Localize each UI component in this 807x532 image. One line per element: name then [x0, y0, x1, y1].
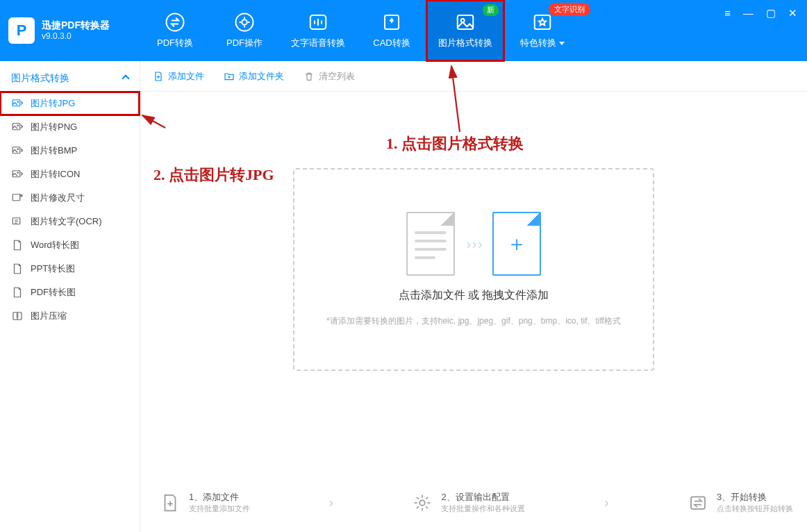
- chevron-right-icon: ›: [328, 494, 333, 510]
- app-version: v9.0.3.0: [42, 31, 110, 41]
- svg-point-13: [17, 149, 19, 150]
- sidebar-item-bmp[interactable]: 图片转BMP: [0, 139, 140, 163]
- image-convert-icon: [11, 121, 24, 133]
- chevron-down-icon: [559, 42, 565, 45]
- gear-circle-icon: [234, 12, 255, 33]
- sidebar-item-label: 图片修改尺寸: [31, 192, 85, 204]
- guide-steps: 1、添加文件支持批量添加文件 › 2、设置输出配置支持批量操作和各种设置 › 3…: [160, 491, 793, 514]
- sidebar-item-jpg[interactable]: 图片转JPG: [0, 92, 140, 115]
- step-1: 1、添加文件支持批量添加文件: [160, 491, 250, 514]
- sidebar-item-label: 图片转文字(OCR): [31, 215, 102, 228]
- svg-point-9: [17, 101, 19, 103]
- sidebar-item-word-long[interactable]: Word转长图: [0, 233, 140, 257]
- nav-label: 特色转换: [520, 37, 565, 49]
- trash-icon: [303, 71, 315, 82]
- minimize-button[interactable]: —: [743, 7, 754, 19]
- svg-rect-5: [458, 15, 474, 29]
- window-controls: ≡ — ▢ ✕: [724, 7, 797, 19]
- sidebar-item-pdf-long[interactable]: PDF转长图: [0, 281, 140, 304]
- ocr-icon: [11, 215, 24, 228]
- source-doc-icon: [406, 212, 455, 276]
- logo: P 迅捷PDF转换器 v9.0.3.0: [8, 17, 140, 44]
- nav-cad-convert[interactable]: CAD转换: [357, 0, 426, 61]
- nav-special[interactable]: 文字识别 特色转换: [504, 0, 581, 61]
- nav-label: 文字语音转换: [291, 37, 345, 49]
- sidebar-item-label: PPT转长图: [31, 263, 75, 275]
- add-file-button[interactable]: 添加文件: [153, 70, 204, 83]
- step-title: 3、开始转换: [717, 491, 793, 504]
- audio-bars-icon: [308, 12, 328, 33]
- sidebar-item-label: PDF转长图: [31, 286, 76, 299]
- toolbar-label: 添加文件夹: [239, 70, 284, 83]
- convert-icon: [688, 492, 708, 513]
- file-plus-icon: [160, 492, 181, 513]
- nav-text-voice[interactable]: 文字语音转换: [279, 0, 357, 61]
- sidebar-item-label: 图片转ICON: [31, 168, 81, 181]
- toolbar: 添加文件 添加文件夹 清空列表: [140, 61, 807, 92]
- step-sub: 支持批量添加文件: [189, 504, 250, 514]
- main-panel: 添加文件 添加文件夹 清空列表 › › › ＋ 点击添加文件 或 拖拽文件添加 …: [140, 61, 807, 532]
- sidebar-item-label: 图片转JPG: [31, 97, 75, 110]
- sidebar-item-label: 图片转BMP: [31, 144, 77, 157]
- menu-icon[interactable]: ≡: [724, 7, 731, 19]
- app-logo-icon: P: [8, 17, 35, 44]
- step-2: 2、设置输出配置支持批量操作和各种设置: [412, 491, 525, 514]
- svg-point-0: [167, 14, 184, 31]
- close-button[interactable]: ✕: [788, 7, 797, 19]
- cad-icon: [381, 12, 402, 33]
- sidebar-item-label: 图片转PNG: [31, 121, 77, 133]
- add-folder-button[interactable]: 添加文件夹: [224, 70, 284, 83]
- image-convert-icon: [11, 144, 24, 157]
- maximize-button[interactable]: ▢: [766, 7, 776, 19]
- chevron-up-icon: [122, 74, 129, 82]
- nav-pdf-convert[interactable]: PDF转换: [140, 0, 210, 61]
- app-header: P 迅捷PDF转换器 v9.0.3.0 PDF转换 PDF操作 文字语音转换 C…: [0, 0, 807, 61]
- svg-rect-20: [691, 497, 705, 509]
- sidebar-item-compress[interactable]: 图片压缩: [0, 304, 140, 328]
- top-nav: PDF转换 PDF操作 文字语音转换 CAD转换 新 图片格式转换 文字识别 特…: [140, 0, 581, 61]
- drop-title: 点击添加文件 或 拖拽文件添加: [399, 288, 549, 303]
- svg-rect-16: [13, 194, 20, 201]
- sidebar: 图片格式转换 图片转JPG 图片转PNG 图片转BMP 图片转ICON 图片修改…: [0, 61, 140, 532]
- file-plus-icon: [153, 71, 164, 82]
- folder-plus-icon: [224, 71, 235, 82]
- doc-icon: [11, 286, 24, 299]
- nav-image-format[interactable]: 新 图片格式转换: [426, 0, 504, 61]
- sidebar-section-title: 图片格式转换: [11, 72, 69, 85]
- sidebar-item-ocr[interactable]: 图片转文字(OCR): [0, 210, 140, 233]
- arrows-icon: › › ›: [466, 236, 481, 252]
- nav-label: 图片格式转换: [438, 37, 492, 49]
- star-box-icon: [532, 12, 553, 33]
- svg-point-19: [420, 500, 426, 506]
- gear-icon: [412, 492, 433, 513]
- clear-list-button[interactable]: 清空列表: [303, 70, 355, 83]
- svg-point-11: [17, 125, 19, 126]
- image-icon: [455, 12, 476, 33]
- app-title: 迅捷PDF转换器: [42, 19, 110, 31]
- sidebar-item-icon[interactable]: 图片转ICON: [0, 163, 140, 186]
- drop-subtitle: *请添加需要转换的图片，支持heic, jpg、jpeg、gif、png、bmp…: [326, 315, 621, 327]
- step-title: 1、添加文件: [189, 491, 250, 504]
- doc-icon: [11, 239, 24, 251]
- drop-zone[interactable]: › › › ＋ 点击添加文件 或 拖拽文件添加 *请添加需要转换的图片，支持he…: [293, 168, 654, 371]
- step-title: 2、设置输出配置: [441, 491, 525, 504]
- nav-pdf-operate[interactable]: PDF操作: [210, 0, 279, 61]
- sidebar-section-header[interactable]: 图片格式转换: [0, 68, 140, 92]
- step-3: 3、开始转换点击转换按钮开始转换: [688, 491, 793, 514]
- chevron-right-icon: ›: [604, 494, 609, 510]
- sidebar-item-label: Word转长图: [31, 239, 79, 251]
- nav-label: PDF操作: [226, 37, 263, 49]
- nav-label: PDF转换: [157, 37, 193, 49]
- svg-point-2: [242, 19, 247, 25]
- svg-point-1: [236, 14, 253, 31]
- doc-icon: [11, 263, 24, 275]
- toolbar-label: 添加文件: [168, 70, 204, 83]
- step-sub: 支持批量操作和各种设置: [441, 504, 525, 514]
- drop-illustration: › › › ＋: [406, 212, 540, 276]
- toolbar-label: 清空列表: [319, 70, 355, 83]
- resize-icon: [11, 192, 24, 204]
- step-sub: 点击转换按钮开始转换: [717, 504, 793, 514]
- sidebar-item-ppt-long[interactable]: PPT转长图: [0, 257, 140, 281]
- sidebar-item-resize[interactable]: 图片修改尺寸: [0, 186, 140, 210]
- sidebar-item-png[interactable]: 图片转PNG: [0, 115, 140, 139]
